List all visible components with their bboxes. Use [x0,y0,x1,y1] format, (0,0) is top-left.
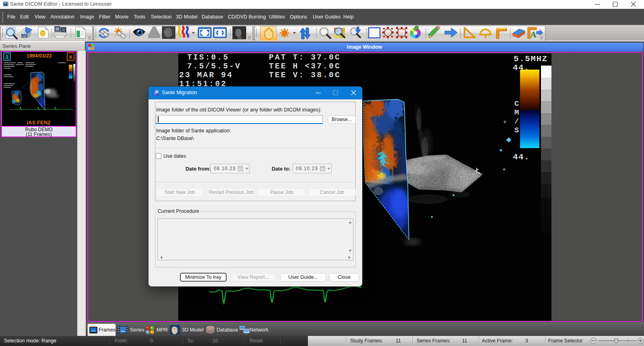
svg-text:A: A [530,29,537,39]
svg-text:1: 1 [6,54,8,60]
svg-text:1: 1 [485,35,487,39]
svg-text:IAS FEN2: IAS FEN2 [27,119,51,126]
svg-text:X: X [69,55,72,60]
svg-text:1994/03/23: 1994/03/23 [27,53,52,59]
svg-text:CD: CD [22,35,27,38]
